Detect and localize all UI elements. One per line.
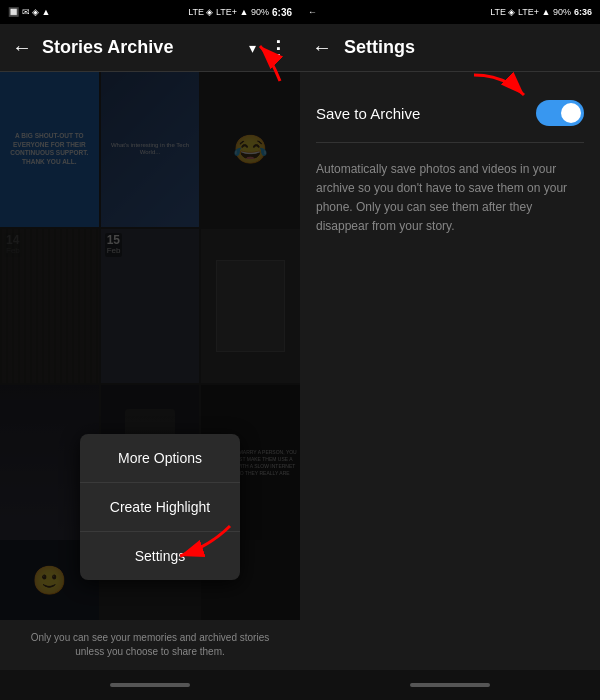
right-signal: LTE ◈ LTE+ ▲ 90%	[490, 7, 571, 17]
save-to-archive-row: Save to Archive	[316, 92, 584, 143]
settings-title: Settings	[344, 37, 415, 58]
more-options-item[interactable]: More Options	[80, 434, 240, 483]
bottom-info-text: Only you can see your memories and archi…	[20, 631, 280, 659]
right-status-right: LTE ◈ LTE+ ▲ 90% 6:36	[490, 7, 592, 17]
save-to-archive-description: Automatically save photos and videos in …	[316, 159, 584, 235]
toggle-knob	[561, 103, 581, 123]
signal-info: LTE ◈ LTE+ ▲ 90%	[188, 7, 269, 17]
nav-pill-right	[410, 683, 490, 687]
page-title: Stories Archive	[42, 37, 249, 58]
right-top-bar: ← Settings	[300, 24, 600, 72]
bottom-info-bar: Only you can see your memories and archi…	[0, 620, 300, 670]
settings-back-button[interactable]: ←	[312, 36, 332, 59]
right-panel: ← LTE ◈ LTE+ ▲ 90% 6:36 ← Settings Save …	[300, 0, 600, 700]
save-to-archive-label: Save to Archive	[316, 105, 420, 122]
right-status-bar: ← LTE ◈ LTE+ ▲ 90% 6:36	[300, 0, 600, 24]
arrow-more-indicator	[230, 36, 290, 90]
left-bottom-nav	[0, 670, 300, 700]
nav-pill-left	[110, 683, 190, 687]
left-status-icons: 🔲 ✉ ◈ ▲	[8, 7, 50, 17]
time-left: 6:36	[272, 7, 292, 18]
right-status-left: ←	[308, 7, 317, 17]
back-button[interactable]: ←	[12, 36, 32, 59]
left-status-right: LTE ◈ LTE+ ▲ 90% 6:36	[188, 7, 292, 18]
right-bottom-nav	[300, 670, 600, 700]
right-time: 6:36	[574, 7, 592, 17]
archive-description-text: Automatically save photos and videos in …	[316, 162, 567, 233]
arrow-settings-indicator	[160, 516, 240, 570]
save-to-archive-toggle[interactable]	[536, 100, 584, 126]
left-panel: 🔲 ✉ ◈ ▲ LTE ◈ LTE+ ▲ 90% 6:36 ← Stories …	[0, 0, 300, 700]
left-status-bar: 🔲 ✉ ◈ ▲ LTE ◈ LTE+ ▲ 90% 6:36	[0, 0, 300, 24]
settings-content: Save to Archive	[300, 72, 600, 670]
arrow-toggle-indicator	[464, 70, 534, 114]
notification-icons: 🔲 ✉ ◈ ▲	[8, 7, 50, 17]
